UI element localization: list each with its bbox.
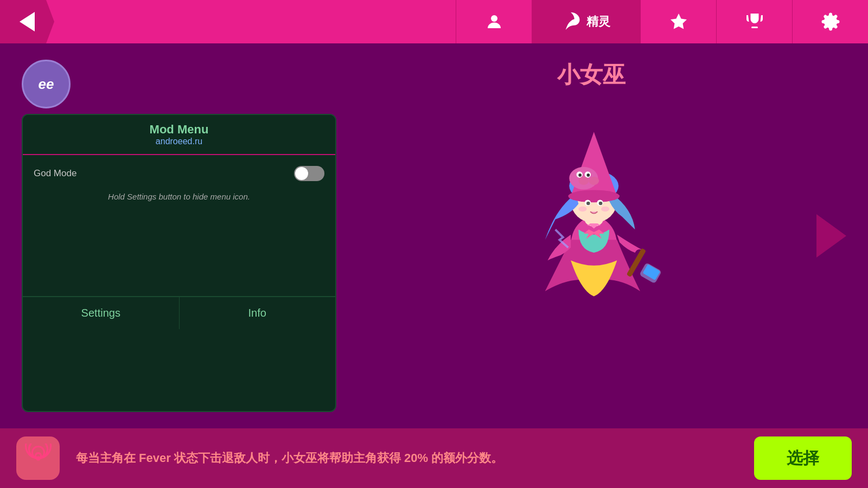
tab-spirit[interactable]: 精灵: [532, 0, 640, 43]
avatar: ee: [22, 60, 71, 108]
svg-point-16: [578, 177, 589, 185]
left-panel: ee Mod Menu androeed.ru God Mode Hold Se…: [22, 60, 336, 412]
center-area: 小女巫: [336, 60, 846, 412]
avatar-text: ee: [39, 76, 54, 93]
back-button[interactable]: [0, 0, 54, 43]
settings-button[interactable]: Settings: [23, 297, 180, 329]
main-content: ee Mod Menu androeed.ru God Mode Hold Se…: [0, 43, 868, 428]
tab-profile[interactable]: [456, 0, 532, 43]
mod-menu-header: Mod Menu androeed.ru: [23, 115, 335, 155]
select-button[interactable]: 选择: [754, 436, 852, 480]
tab-settings[interactable]: [792, 0, 868, 43]
select-label: 选择: [787, 447, 819, 470]
mod-menu-body: God Mode Hold Settings button to hide me…: [23, 155, 335, 296]
tab-star[interactable]: [640, 0, 716, 43]
spirit-tab-label: 精灵: [586, 14, 610, 30]
star-icon: [669, 12, 688, 31]
spirit-icon-box: [16, 436, 60, 480]
hold-hint: Hold Settings button to hide menu icon.: [34, 192, 324, 201]
god-mode-toggle[interactable]: [294, 166, 324, 181]
character-display: [488, 101, 694, 307]
person-icon: [484, 12, 504, 31]
toggle-knob: [295, 167, 308, 180]
svg-point-23: [601, 207, 609, 211]
top-bar: 精灵: [0, 0, 868, 43]
info-button[interactable]: Info: [180, 297, 336, 329]
svg-point-0: [491, 15, 497, 22]
svg-point-21: [599, 202, 603, 206]
svg-point-17: [589, 177, 599, 185]
god-mode-row: God Mode: [34, 166, 324, 181]
back-arrow-icon: [20, 12, 35, 31]
mod-menu-footer: Settings Info: [23, 296, 335, 329]
leaf-icon: [563, 12, 582, 31]
trophy-icon: [745, 12, 764, 31]
nav-tabs: 精灵: [456, 0, 868, 43]
svg-point-10: [568, 190, 620, 202]
mod-menu-subtitle: androeed.ru: [34, 137, 324, 146]
character-title: 小女巫: [557, 60, 626, 90]
svg-point-24: [36, 456, 40, 460]
bottom-description: 每当主角在 Fever 状态下击退敌人时，小女巫将帮助主角获得 20% 的额外分…: [76, 450, 738, 467]
svg-point-22: [578, 207, 586, 211]
svg-point-14: [578, 174, 582, 177]
spiral-icon: [23, 444, 53, 473]
gear-icon: [821, 12, 840, 31]
bottom-bar: 每当主角在 Fever 状态下击退敌人时，小女巫将帮助主角获得 20% 的额外分…: [0, 428, 868, 488]
tab-trophy[interactable]: [716, 0, 792, 43]
character-illustration: [499, 106, 684, 301]
mod-menu-title: Mod Menu: [34, 123, 324, 137]
mod-menu-container: Mod Menu androeed.ru God Mode Hold Setti…: [22, 114, 336, 412]
svg-rect-1: [751, 27, 758, 28]
next-character-button[interactable]: [816, 214, 846, 258]
god-mode-label: God Mode: [34, 168, 76, 179]
svg-point-20: [586, 202, 590, 206]
svg-point-15: [586, 174, 590, 177]
